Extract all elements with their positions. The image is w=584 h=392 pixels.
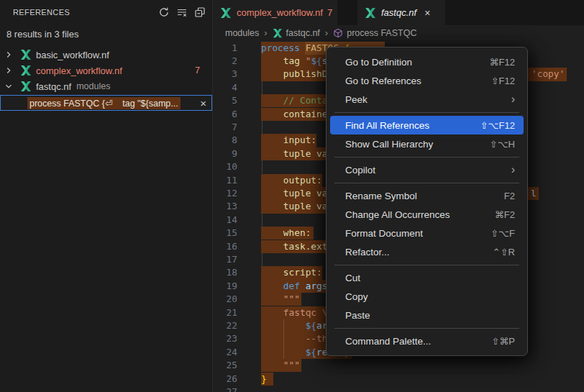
menu-item-paste[interactable]: Paste — [330, 306, 524, 324]
references-panel-header: REFERENCES — [0, 0, 212, 24]
line-number: 7 — [213, 121, 237, 134]
tree-file-row[interactable]: complex_workflow.nf7 — [0, 63, 212, 78]
line-number: 1 — [213, 42, 237, 55]
breadcrumb-separator: › — [325, 27, 328, 38]
refresh-icon[interactable] — [156, 4, 172, 20]
line-number: 17 — [213, 253, 237, 266]
line-number: 20 — [213, 293, 237, 306]
menu-item-shortcut: ⌘F12 — [490, 57, 515, 68]
menu-separator — [334, 157, 519, 158]
menu-item-label: Find All References — [345, 120, 480, 131]
code-text-overflow: l — [528, 187, 539, 200]
chevron-down-icon[interactable] — [4, 81, 14, 91]
submenu-chevron-icon: › — [511, 94, 515, 105]
reference-result-item[interactable]: process FASTQC {⏎ tag "${samp... × — [0, 95, 212, 111]
menu-item-label: Show Call Hierarchy — [345, 139, 490, 150]
nextflow-file-icon — [20, 81, 32, 92]
context-menu: Go to Definition⌘F12Go to References⇧F12… — [326, 47, 528, 356]
indent-guide — [262, 253, 263, 266]
menu-item-change-all-occurrences[interactable]: Change All Occurrences⌘F2 — [330, 205, 524, 224]
menu-item-label: Rename Symbol — [345, 191, 504, 201]
menu-item-label: Go to Definition — [345, 57, 490, 68]
nextflow-file-icon — [365, 7, 376, 19]
menu-item-find-all-references[interactable]: Find All References⇧⌥F12 — [330, 116, 524, 135]
file-description: modules — [76, 81, 110, 91]
menu-item-shortcut: ⇧⌥H — [490, 139, 515, 150]
symbol-namespace-icon — [333, 28, 343, 38]
clear-all-icon[interactable] — [174, 4, 190, 20]
line-number: 9 — [213, 147, 237, 160]
line-number: 4 — [213, 81, 237, 94]
menu-item-shortcut: ⇧⌥F12 — [480, 120, 515, 131]
breadcrumb-item-modules[interactable]: modules — [225, 28, 259, 38]
menu-item-rename-symbol[interactable]: Rename SymbolF2 — [330, 186, 524, 205]
line-number: 6 — [213, 108, 237, 121]
code-text: } — [261, 373, 529, 386]
menu-item-label: Change All Occurrences — [345, 209, 495, 220]
dismiss-result-icon[interactable]: × — [200, 96, 206, 110]
menu-separator — [334, 328, 519, 329]
line-number: 11 — [213, 174, 237, 187]
tab-bar: complex_workflow.nf 7 fastqc.nf × — [213, 0, 584, 25]
code-text: """ — [261, 359, 529, 372]
breadcrumb: modules › fastqc.nf › process FASTQC — [213, 25, 584, 40]
result-count-badge: 7 — [195, 65, 200, 76]
results-tree: basic_workflow.nfcomplex_workflow.nf7fas… — [0, 47, 212, 94]
menu-item-shortcut: ⌃⇧R — [493, 247, 515, 257]
code-line[interactable]: 27 — [213, 386, 584, 392]
submenu-chevron-icon: › — [511, 164, 515, 176]
line-number: 18 — [213, 266, 237, 279]
reference-match-text: process FASTQC {⏎ tag "${samp... — [27, 97, 181, 109]
close-tab-icon[interactable]: × — [424, 7, 430, 19]
menu-item-show-call-hierarchy[interactable]: Show Call Hierarchy⇧⌥H — [330, 135, 524, 153]
collapse-all-icon[interactable] — [192, 4, 208, 20]
tab-complex-workflow[interactable]: complex_workflow.nf 7 — [213, 0, 337, 25]
results-summary: 8 results in 3 files — [0, 24, 212, 47]
menu-item-cut[interactable]: Cut — [330, 268, 524, 287]
line-number: 14 — [213, 214, 237, 227]
line-number: 10 — [213, 160, 237, 173]
line-number: 15 — [213, 227, 237, 240]
panel-title: REFERENCES — [13, 8, 154, 17]
tab-fastqc[interactable]: fastqc.nf × — [357, 0, 445, 25]
nextflow-icon — [273, 28, 283, 38]
references-panel: REFERENCES 8 results in 3 files basi — [0, 0, 213, 392]
chevron-right-icon[interactable] — [4, 65, 14, 76]
menu-item-refactor[interactable]: Refactor...⌃⇧R — [330, 242, 524, 261]
menu-item-peek[interactable]: Peek› — [330, 90, 524, 109]
line-number: 26 — [213, 373, 237, 386]
breadcrumb-item-file[interactable]: fastqc.nf — [273, 28, 320, 38]
nextflow-file-icon — [20, 49, 32, 60]
menu-item-shortcut: ⌘F2 — [495, 209, 515, 220]
menu-item-go-to-definition[interactable]: Go to Definition⌘F12 — [330, 53, 524, 71]
menu-item-label: Cut — [345, 273, 515, 283]
line-number: 22 — [213, 319, 237, 332]
breadcrumb-separator: › — [264, 27, 267, 38]
code-line[interactable]: 26} — [213, 373, 584, 386]
indent-guide — [262, 81, 263, 94]
line-number: 25 — [213, 359, 237, 372]
indent-guide — [262, 160, 263, 173]
menu-item-label: Paste — [345, 310, 515, 321]
menu-item-shortcut: ⇧⌘P — [491, 336, 515, 347]
tree-file-row[interactable]: basic_workflow.nf — [0, 47, 212, 63]
tab-badge: 7 — [327, 7, 332, 18]
chevron-right-icon[interactable] — [4, 50, 14, 60]
tab-label: fastqc.nf — [381, 7, 416, 18]
tree-file-row[interactable]: fastqc.nfmodules — [0, 78, 212, 94]
menu-item-copy[interactable]: Copy — [330, 287, 524, 306]
menu-item-go-to-references[interactable]: Go to References⇧F12 — [330, 71, 524, 90]
menu-item-command-palette[interactable]: Command Palette...⇧⌘P — [330, 332, 524, 350]
menu-item-label: Format Document — [345, 228, 491, 239]
file-name: basic_workflow.nf — [36, 50, 109, 60]
line-number: 3 — [213, 68, 237, 81]
menu-separator — [334, 112, 519, 113]
indent-guide — [262, 121, 263, 134]
vscode-window: REFERENCES 8 results in 3 files basi — [0, 0, 584, 392]
menu-item-format-document[interactable]: Format Document⇧⌥F — [330, 224, 524, 242]
file-name: complex_workflow.nf — [36, 65, 122, 76]
code-line[interactable]: 25 """ — [213, 359, 584, 373]
breadcrumb-item-symbol[interactable]: process FASTQC — [333, 28, 416, 38]
menu-item-copilot[interactable]: Copilot› — [330, 160, 524, 179]
line-number: 27 — [213, 386, 237, 392]
